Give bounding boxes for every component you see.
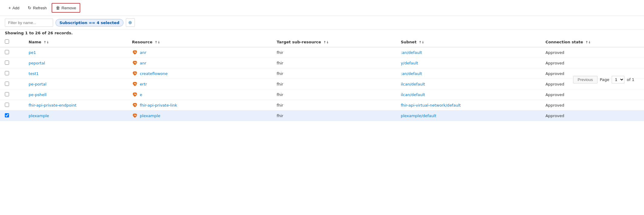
target-cell: fhir xyxy=(272,79,396,89)
target-cell: fhir xyxy=(272,47,396,58)
health-icon xyxy=(132,102,138,108)
page-select[interactable]: 1 xyxy=(612,76,624,83)
col-state[interactable]: Connection state ↑↓ xyxy=(540,37,644,47)
add-button[interactable]: + Add xyxy=(5,4,23,12)
subnet-link[interactable]: y/default xyxy=(401,61,418,65)
row-checkbox[interactable] xyxy=(5,71,9,75)
resource-cell: anr xyxy=(132,49,267,55)
health-icon xyxy=(132,113,138,119)
health-icon xyxy=(132,81,138,87)
state-cell: Approved xyxy=(540,58,644,68)
subnet-link[interactable]: ilcan/default xyxy=(401,92,425,97)
resource-cell: createflowone xyxy=(132,70,267,76)
subnet-link[interactable]: fhir-api-virtual-network/default xyxy=(401,103,461,108)
table-container: Name ↑↓ Resource ↑↓ Target sub-resource … xyxy=(0,37,644,121)
state-cell: Approved xyxy=(540,89,644,100)
resource-link[interactable]: ertr xyxy=(140,82,147,86)
row-name-link[interactable]: pe-pshell xyxy=(29,92,46,97)
refresh-icon: ↻ xyxy=(28,5,31,10)
add-filter-button[interactable]: ⊕ xyxy=(126,18,135,27)
row-name-link[interactable]: test1 xyxy=(29,71,39,76)
row-name-link[interactable]: plexample xyxy=(29,114,49,118)
health-icon xyxy=(132,92,138,98)
select-all-checkbox[interactable] xyxy=(5,39,9,44)
resource-cell: anr xyxy=(132,60,267,66)
row-checkbox[interactable] xyxy=(5,50,9,54)
page-label: Page xyxy=(600,77,609,82)
col-name-label: Name xyxy=(29,40,41,44)
remove-label: Remove xyxy=(62,6,76,10)
target-sort-icon: ↑↓ xyxy=(323,40,329,44)
col-resource-label: Resource xyxy=(132,40,152,44)
row-checkbox[interactable] xyxy=(5,113,9,117)
resource-link[interactable]: fhir-api-private-link xyxy=(140,103,177,108)
resource-link[interactable]: createflowone xyxy=(140,71,167,76)
state-cell: Approved xyxy=(540,47,644,58)
resource-link[interactable]: plexample xyxy=(140,114,160,118)
col-subnet[interactable]: Subnet ↑↓ xyxy=(396,37,541,47)
col-name[interactable]: Name ↑↓ xyxy=(24,37,127,47)
select-all-header[interactable] xyxy=(0,37,24,47)
col-resource[interactable]: Resource ↑↓ xyxy=(127,37,272,47)
refresh-button[interactable]: ↻ Refresh xyxy=(24,4,50,12)
row-checkbox[interactable] xyxy=(5,103,9,107)
row-name-link[interactable]: peportal xyxy=(29,61,45,65)
resource-link[interactable]: anr xyxy=(140,50,146,55)
col-target-label: Target sub-resource xyxy=(277,40,321,44)
record-info-text: Showing 1 to 26 of 26 records. xyxy=(5,31,73,35)
resource-link[interactable]: anr xyxy=(140,61,146,65)
row-checkbox[interactable] xyxy=(5,92,9,96)
private-endpoints-table: Name ↑↓ Resource ↑↓ Target sub-resource … xyxy=(0,37,644,121)
resource-cell: ertr xyxy=(132,81,267,87)
resource-cell: plexample xyxy=(132,113,267,119)
table-row: test1 createflowone fhir:an/defaultAppro… xyxy=(0,68,644,79)
subnet-sort-icon: ↑↓ xyxy=(419,40,424,44)
add-icon: + xyxy=(8,5,11,10)
target-cell: fhir xyxy=(272,89,396,100)
subnet-link[interactable]: :an/default xyxy=(401,50,422,55)
subscription-filter-badge[interactable]: Subscription == 4 selected xyxy=(56,19,123,26)
previous-button[interactable]: Previous xyxy=(573,76,598,83)
col-target[interactable]: Target sub-resource ↑↓ xyxy=(272,37,396,47)
state-cell: Approved xyxy=(540,111,644,121)
subnet-link[interactable]: plexample/default xyxy=(401,114,436,118)
target-cell: fhir xyxy=(272,58,396,68)
target-cell: fhir xyxy=(272,100,396,111)
table-row: pe-pshell e fhirilcan/defaultApproved xyxy=(0,89,644,100)
state-cell: Approved xyxy=(540,100,644,111)
subnet-link[interactable]: ilcan/default xyxy=(401,82,425,86)
target-cell: fhir xyxy=(272,68,396,79)
add-label: Add xyxy=(12,6,19,10)
table-row: peportal anr fhiry/defaultApproved xyxy=(0,58,644,68)
row-checkbox[interactable] xyxy=(5,61,9,65)
subnet-link[interactable]: :an/default xyxy=(401,71,422,76)
table-row: plexample plexample fhirplexample/defaul… xyxy=(0,111,644,121)
resource-sort-icon: ↑↓ xyxy=(155,40,160,44)
remove-button[interactable]: 🗑 Remove xyxy=(52,3,80,13)
filter-bar: Subscription == 4 selected ⊕ xyxy=(0,16,644,30)
of-label: of 1 xyxy=(627,77,634,82)
table-row: fhir-api-private-endpoint fhir-api-priva… xyxy=(0,100,644,111)
row-name-link[interactable]: pe1 xyxy=(29,50,36,55)
col-subnet-label: Subnet xyxy=(401,40,416,44)
row-name-link[interactable]: fhir-api-private-endpoint xyxy=(29,103,76,108)
filter-input[interactable] xyxy=(5,19,53,27)
pagination: Previous Page 1 of 1 xyxy=(568,74,639,85)
table-row: pe1 anr fhir:an/defaultApproved xyxy=(0,47,644,58)
health-icon xyxy=(132,70,138,76)
record-count: Showing 1 to 26 of 26 records. xyxy=(0,30,644,37)
target-cell: fhir xyxy=(272,111,396,121)
toolbar: + Add ↻ Refresh 🗑 Remove xyxy=(0,0,644,16)
remove-icon: 🗑 xyxy=(56,5,60,10)
name-sort-icon: ↑↓ xyxy=(43,40,49,44)
refresh-label: Refresh xyxy=(33,6,47,10)
add-filter-icon: ⊕ xyxy=(128,20,132,25)
row-checkbox[interactable] xyxy=(5,82,9,86)
resource-cell: fhir-api-private-link xyxy=(132,102,267,108)
row-name-link[interactable]: pe-portal xyxy=(29,82,46,86)
table-row: pe-portal ertr fhirilcan/defaultApproved xyxy=(0,79,644,89)
resource-cell: e xyxy=(132,92,267,98)
state-sort-icon: ↑↓ xyxy=(585,40,591,44)
health-icon xyxy=(132,60,138,66)
resource-link[interactable]: e xyxy=(140,92,142,97)
